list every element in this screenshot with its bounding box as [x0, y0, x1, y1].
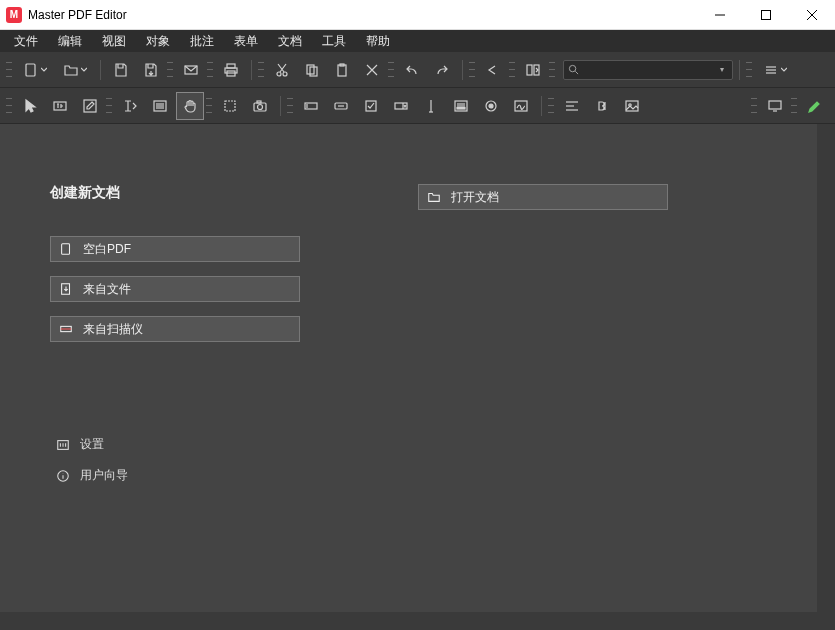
save-as-button[interactable]	[137, 56, 165, 84]
crop-tool[interactable]	[216, 92, 244, 120]
image-tool[interactable]	[618, 92, 646, 120]
open-document-button-main[interactable]: 打开文档	[418, 184, 668, 210]
title-bar: M Master PDF Editor	[0, 0, 835, 30]
menu-file[interactable]: 文件	[4, 31, 48, 52]
highlight-tool[interactable]	[801, 92, 829, 120]
open-document-button[interactable]	[56, 56, 94, 84]
svg-rect-13	[338, 65, 346, 76]
menu-object[interactable]: 对象	[136, 31, 180, 52]
toolbar-grip[interactable]	[6, 59, 12, 81]
search-input[interactable]	[582, 64, 720, 76]
from-scanner-label: 来自扫描仪	[83, 321, 143, 338]
menu-view[interactable]: 视图	[92, 31, 136, 52]
hand-tool[interactable]	[176, 92, 204, 120]
monitor-tool[interactable]	[761, 92, 789, 120]
start-screen: 创建新文档 空白PDF 来自文件 来自扫描仪 设置 用户向导 打开文档	[0, 124, 835, 630]
search-icon	[568, 64, 579, 75]
copy-button[interactable]	[298, 56, 326, 84]
svg-rect-4	[26, 64, 35, 76]
text-style-tool[interactable]	[588, 92, 616, 120]
toolbar-grip[interactable]	[287, 95, 293, 117]
menu-edit[interactable]: 编辑	[48, 31, 92, 52]
menu-document[interactable]: 文档	[268, 31, 312, 52]
snapshot-tool[interactable]	[246, 92, 274, 120]
toolbar-grip[interactable]	[549, 59, 555, 81]
from-files-label: 来自文件	[83, 281, 131, 298]
toolbar-grip[interactable]	[791, 95, 797, 117]
vertical-line-tool[interactable]	[417, 92, 445, 120]
edit-form-tool[interactable]	[76, 92, 104, 120]
form-button-tool[interactable]	[327, 92, 355, 120]
toolbar-grip[interactable]	[388, 59, 394, 81]
form-radio-tool[interactable]	[477, 92, 505, 120]
undo-button[interactable]	[398, 56, 426, 84]
blank-pdf-button[interactable]: 空白PDF	[50, 236, 300, 262]
delete-button[interactable]	[358, 56, 386, 84]
text-select-tool[interactable]	[116, 92, 144, 120]
form-textfield-tool[interactable]	[297, 92, 325, 120]
toolbar-grip[interactable]	[167, 59, 173, 81]
redo-button[interactable]	[428, 56, 456, 84]
close-button[interactable]	[789, 0, 835, 30]
search-box[interactable]: ▾	[563, 60, 733, 80]
form-listbox-tool[interactable]	[447, 92, 475, 120]
menu-forms[interactable]: 表单	[224, 31, 268, 52]
toolbar-grip[interactable]	[207, 59, 213, 81]
save-button[interactable]	[107, 56, 135, 84]
settings-icon	[56, 438, 70, 452]
email-button[interactable]	[177, 56, 205, 84]
toolbar-grip[interactable]	[258, 59, 264, 81]
paste-button[interactable]	[328, 56, 356, 84]
toolbar-grip[interactable]	[509, 59, 515, 81]
form-combobox-tool[interactable]	[387, 92, 415, 120]
toolbar-grip[interactable]	[6, 95, 12, 117]
menu-overflow-button[interactable]	[756, 56, 794, 84]
toolbar-grip[interactable]	[106, 95, 112, 117]
print-button[interactable]	[217, 56, 245, 84]
info-icon	[56, 469, 70, 483]
maximize-button[interactable]	[743, 0, 789, 30]
svg-rect-54	[769, 101, 781, 109]
menu-annotate[interactable]: 批注	[180, 31, 224, 52]
page-icon	[59, 242, 73, 256]
blank-pdf-label: 空白PDF	[83, 241, 131, 258]
scrollbar-corner	[817, 612, 835, 630]
cut-button[interactable]	[268, 56, 296, 84]
list-tool[interactable]	[146, 92, 174, 120]
create-heading: 创建新文档	[50, 184, 418, 202]
user-guide-link[interactable]: 用户向导	[56, 467, 418, 484]
select-tool[interactable]	[16, 92, 44, 120]
horizontal-scrollbar[interactable]	[0, 612, 817, 630]
zoom-out-button[interactable]	[479, 56, 507, 84]
edit-text-tool[interactable]	[46, 92, 74, 120]
svg-line-18	[575, 71, 578, 74]
toolbar-grip[interactable]	[751, 95, 757, 117]
vertical-scrollbar[interactable]	[817, 124, 835, 612]
settings-link[interactable]: 设置	[56, 436, 418, 453]
toolbar-grip[interactable]	[469, 59, 475, 81]
menu-tools[interactable]: 工具	[312, 31, 356, 52]
form-checkbox-tool[interactable]	[357, 92, 385, 120]
svg-rect-23	[54, 102, 66, 110]
minimize-button[interactable]	[697, 0, 743, 30]
from-files-button[interactable]: 来自文件	[50, 276, 300, 302]
search-dropdown-icon[interactable]: ▾	[720, 65, 728, 74]
new-document-button[interactable]	[16, 56, 54, 84]
svg-point-47	[489, 104, 493, 108]
scanner-icon	[59, 322, 73, 336]
page-layout-button[interactable]	[519, 56, 547, 84]
from-scanner-button[interactable]: 来自扫描仪	[50, 316, 300, 342]
svg-marker-22	[26, 100, 35, 112]
toolbar-main: ▾	[0, 52, 835, 88]
svg-point-31	[258, 104, 263, 109]
toolbar-grip[interactable]	[548, 95, 554, 117]
menu-help[interactable]: 帮助	[356, 31, 400, 52]
menu-bar: 文件 编辑 视图 对象 批注 表单 文档 工具 帮助	[0, 30, 835, 52]
toolbar-grip[interactable]	[746, 59, 752, 81]
toolbar-grip[interactable]	[206, 95, 212, 117]
align-tool[interactable]	[558, 92, 586, 120]
signature-tool[interactable]	[507, 92, 535, 120]
app-title: Master PDF Editor	[28, 8, 697, 22]
import-file-icon	[59, 282, 73, 296]
svg-point-10	[283, 72, 287, 76]
